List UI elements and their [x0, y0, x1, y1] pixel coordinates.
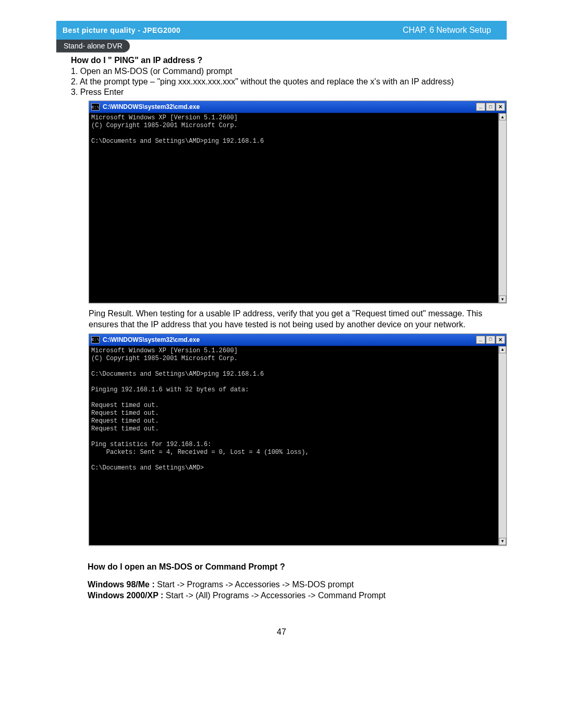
window-controls — [476, 336, 505, 344]
cmd-title-text: C:\WINDOWS\system32\cmd.exe — [103, 103, 200, 110]
scrollbar[interactable]: ▲ ▼ — [498, 113, 506, 303]
cmd-output-2: Microsoft Windows XP [Version 5.1.2600] … — [89, 346, 498, 545]
step-3: 3. Press Enter — [71, 87, 507, 97]
minimize-button[interactable] — [476, 336, 485, 344]
header-right: CHAP. 6 Network Setup — [402, 26, 491, 35]
section-ping-ip: How do I " PING" an IP address ? 1. Open… — [71, 56, 507, 97]
cmd-titlebar: C:\ C:\WINDOWS\system32\cmd.exe — [89, 101, 506, 113]
step-1: 1. Open an MS-DOS (or Command) prompt — [71, 66, 507, 77]
cmd-title-left: C:\ C:\WINDOWS\system32\cmd.exe — [91, 336, 200, 343]
cmd-window-1: C:\ C:\WINDOWS\system32\cmd.exe Microsof… — [89, 101, 507, 303]
win98-path: Start -> Programs -> Accessories -> MS-D… — [157, 580, 353, 589]
maximize-button[interactable] — [486, 336, 495, 344]
cmd-title-left: C:\ C:\WINDOWS\system32\cmd.exe — [91, 103, 200, 110]
document-page: Best picture quality - JPEG2000 CHAP. 6 … — [0, 21, 563, 728]
cmd-body-wrap: Microsoft Windows XP [Version 5.1.2600] … — [89, 346, 506, 545]
scroll-down-icon[interactable]: ▼ — [499, 538, 506, 545]
answer-win98: Windows 98/Me : Start -> Programs -> Acc… — [88, 579, 507, 590]
answer-win2k: Windows 2000/XP : Start -> (All) Program… — [88, 590, 507, 601]
question-title-1: How do I " PING" an IP address ? — [71, 56, 507, 65]
close-button[interactable] — [496, 336, 505, 344]
header-left: Best picture quality - JPEG2000 — [63, 26, 180, 34]
scroll-up-icon[interactable]: ▲ — [499, 113, 506, 120]
cmd-icon: C:\ — [91, 103, 100, 110]
scroll-up-icon[interactable]: ▲ — [499, 346, 506, 353]
scroll-down-icon[interactable]: ▼ — [499, 295, 506, 303]
win2k-label: Windows 2000/XP : — [88, 591, 166, 600]
maximize-button[interactable] — [486, 103, 495, 111]
ping-result-paragraph: Ping Result. When testing for a usable I… — [89, 309, 507, 330]
cmd-output-1: Microsoft Windows XP [Version 5.1.2600] … — [89, 113, 498, 303]
question-title-2: How do I open an MS-DOS or Command Promp… — [88, 562, 507, 572]
window-controls — [476, 103, 505, 111]
subheader-pill: Stand- alone DVR — [56, 40, 130, 53]
cmd-icon: C:\ — [91, 336, 100, 343]
section-open-cmd: How do I open an MS-DOS or Command Promp… — [88, 562, 507, 601]
scrollbar[interactable]: ▲ ▼ — [498, 346, 506, 545]
cmd-title-text: C:\WINDOWS\system32\cmd.exe — [103, 336, 200, 343]
win98-label: Windows 98/Me : — [88, 580, 157, 589]
cmd-titlebar: C:\ C:\WINDOWS\system32\cmd.exe — [89, 334, 506, 346]
cmd-window-2: C:\ C:\WINDOWS\system32\cmd.exe Microsof… — [89, 334, 507, 546]
cmd-body-wrap: Microsoft Windows XP [Version 5.1.2600] … — [89, 113, 506, 303]
close-button[interactable] — [496, 103, 505, 111]
step-2: 2. At the prompt type – "ping xxx.xxx.xx… — [71, 77, 507, 87]
win2k-path: Start -> (All) Programs -> Accessories -… — [166, 591, 386, 600]
header-bar: Best picture quality - JPEG2000 CHAP. 6 … — [56, 21, 507, 40]
minimize-button[interactable] — [476, 103, 485, 111]
page-number: 47 — [0, 627, 563, 637]
